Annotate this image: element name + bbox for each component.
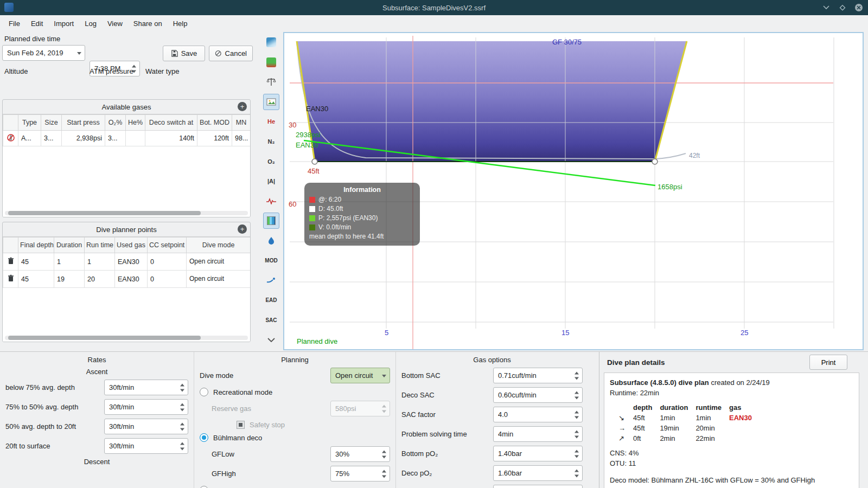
deco-sac-spinner[interactable]: 0.60cuft/min xyxy=(493,387,583,403)
spinner-buttons[interactable] xyxy=(180,442,185,450)
ascent-rate-spinner-75[interactable]: 30ft/min xyxy=(104,380,188,395)
tooltip-line: V: 0.0ft/min xyxy=(318,223,351,232)
cell-deco-switch[interactable]: 140ft xyxy=(145,131,197,146)
menu-file[interactable]: File xyxy=(3,15,25,31)
delete-point-icon[interactable] xyxy=(3,271,18,288)
minimize-icon[interactable] xyxy=(821,3,831,12)
gflow-spinner[interactable]: 30% xyxy=(330,446,390,462)
heart-rate-icon[interactable] xyxy=(263,193,279,209)
salinity-icon[interactable] xyxy=(263,233,279,249)
spinner-buttons[interactable] xyxy=(381,470,387,478)
close-icon[interactable] xyxy=(854,3,864,12)
spinner-buttons[interactable] xyxy=(180,422,185,431)
bottom-sac-spinner[interactable]: 0.71cuft/min xyxy=(493,368,583,383)
sac-icon[interactable]: SAC xyxy=(263,312,279,328)
best-mix-end-spinner[interactable]: 98ft xyxy=(493,485,583,488)
delete-cylinder-icon[interactable] xyxy=(3,131,18,146)
scale-icon[interactable] xyxy=(263,74,279,90)
descent-section-title: Descent xyxy=(5,458,188,466)
cell-duration[interactable]: 19 xyxy=(54,271,85,288)
cell-o2[interactable]: 3... xyxy=(105,131,126,146)
sac-factor-spinner[interactable]: 4.0 xyxy=(493,407,583,422)
maximize-icon[interactable] xyxy=(838,3,847,12)
cell-used-gas[interactable]: EAN30 xyxy=(115,271,148,288)
cell-size[interactable]: 3... xyxy=(41,131,62,146)
horizontal-scrollbar[interactable] xyxy=(8,336,201,340)
cell-bot-mod[interactable]: 120ft xyxy=(197,131,232,146)
menu-log[interactable]: Log xyxy=(79,15,102,31)
spinner-buttons[interactable] xyxy=(574,430,579,438)
cancel-button[interactable]: Cancel xyxy=(209,46,253,61)
tooltip-title: Information xyxy=(309,185,415,195)
tissues-icon[interactable] xyxy=(263,213,279,229)
vpmb-deco-radio[interactable] xyxy=(200,486,208,488)
spinner-buttons[interactable] xyxy=(180,383,185,391)
cell-final-depth[interactable]: 45 xyxy=(18,271,54,288)
ead-icon[interactable]: EAD xyxy=(263,292,279,309)
n2-partial-pressure-icon[interactable]: N₂ xyxy=(263,133,279,150)
spinner-buttons[interactable] xyxy=(574,391,579,399)
ascent-rate-spinner-50[interactable]: 30ft/min xyxy=(104,399,188,415)
he-partial-pressure-icon[interactable]: He xyxy=(263,113,279,130)
cell-used-gas[interactable]: EAN30 xyxy=(115,253,148,271)
save-button[interactable]: Save xyxy=(163,46,205,61)
cell-run-time[interactable]: 1 xyxy=(85,253,115,271)
cell-run-time[interactable]: 20 xyxy=(85,271,115,288)
delete-point-icon[interactable] xyxy=(3,253,18,271)
depth-tick: 60 xyxy=(289,200,296,208)
cell-cc-setpoint[interactable]: 0 xyxy=(148,253,187,271)
spinner-buttons[interactable] xyxy=(574,371,579,380)
cell-final-depth[interactable]: 45 xyxy=(18,253,54,271)
cell-start-press[interactable]: 2,938psi xyxy=(62,131,105,146)
dive-planner-points-box: Dive planner points + Final depth Durati… xyxy=(2,222,251,342)
deco-po2-spinner[interactable]: 1.60bar xyxy=(493,465,583,481)
bottom-po2-spinner[interactable]: 1.40bar xyxy=(493,446,583,461)
spinner-buttons[interactable] xyxy=(180,403,185,411)
cell-duration[interactable]: 1 xyxy=(54,253,85,271)
dc-ceiling-icon[interactable] xyxy=(263,34,279,50)
dive-mode-select[interactable]: Open circuit xyxy=(330,368,390,383)
cell-cc-setpoint[interactable]: 0 xyxy=(148,271,187,288)
ascent-rate-spinner-surface[interactable]: 30ft/min xyxy=(104,438,188,454)
add-point-button[interactable]: + xyxy=(238,224,247,234)
spinner-buttons[interactable] xyxy=(381,450,387,458)
gfhigh-spinner[interactable]: 75% xyxy=(330,466,390,481)
cell-dive-mode[interactable]: Open circuit xyxy=(187,271,251,288)
gas-option-label: Problem solving time xyxy=(401,430,467,438)
menu-help[interactable]: Help xyxy=(168,15,193,31)
spinner-buttons[interactable] xyxy=(574,450,579,458)
cell-dive-mode[interactable]: Open circuit xyxy=(187,253,251,271)
photos-icon[interactable] xyxy=(263,94,279,110)
rate-label: 50% avg. depth to 20ft xyxy=(5,422,76,431)
spinner-buttons[interactable] xyxy=(574,469,579,477)
calc-ceiling-icon[interactable] xyxy=(263,54,279,70)
print-button[interactable]: Print xyxy=(809,355,847,370)
recreational-mode-radio[interactable] xyxy=(200,388,208,396)
diver-icon[interactable] xyxy=(263,272,279,288)
problem-solving-time-spinner[interactable]: 4min xyxy=(493,426,583,442)
menu-edit[interactable]: Edit xyxy=(25,15,48,31)
menu-import[interactable]: Import xyxy=(48,15,79,31)
spinner-buttons[interactable] xyxy=(574,410,579,419)
mod-icon[interactable]: MOD xyxy=(263,253,279,269)
planner-handle[interactable] xyxy=(652,159,658,164)
ascent-rate-spinner-stops[interactable]: 30ft/min xyxy=(104,419,188,434)
toolbar-collapse-icon[interactable] xyxy=(263,332,279,348)
dive-profile-chart[interactable]: GF 30/75 EAN30 2938psi EAN30 45ft 1658ps… xyxy=(283,32,864,350)
menu-view[interactable]: View xyxy=(102,15,128,31)
menu-share-on[interactable]: Share on xyxy=(128,15,168,31)
add-gas-button[interactable]: + xyxy=(238,102,247,111)
dive-date-select[interactable]: Sun Feb 24, 2019 xyxy=(2,45,85,61)
buhlmann-deco-radio[interactable] xyxy=(200,433,208,442)
horizontal-scrollbar[interactable] xyxy=(8,211,201,215)
cell-he[interactable] xyxy=(126,131,145,146)
dive-plan-details-panel: Dive plan details Print Subsurface (4.8.… xyxy=(599,352,868,488)
cell-type[interactable]: A... xyxy=(18,131,41,146)
gases-table-area: Type Size Start press O₂% He% Deco switc… xyxy=(3,114,250,217)
cell-mnd[interactable]: 98... xyxy=(232,131,251,146)
vpmb-deco-label: VPM-B deco xyxy=(213,486,253,488)
planner-handle[interactable] xyxy=(312,159,317,164)
ceiling-limit-icon[interactable]: |A| xyxy=(263,173,279,189)
start-pressure-label: 2938psi xyxy=(296,131,321,139)
o2-partial-pressure-icon[interactable]: O₂ xyxy=(263,153,279,170)
